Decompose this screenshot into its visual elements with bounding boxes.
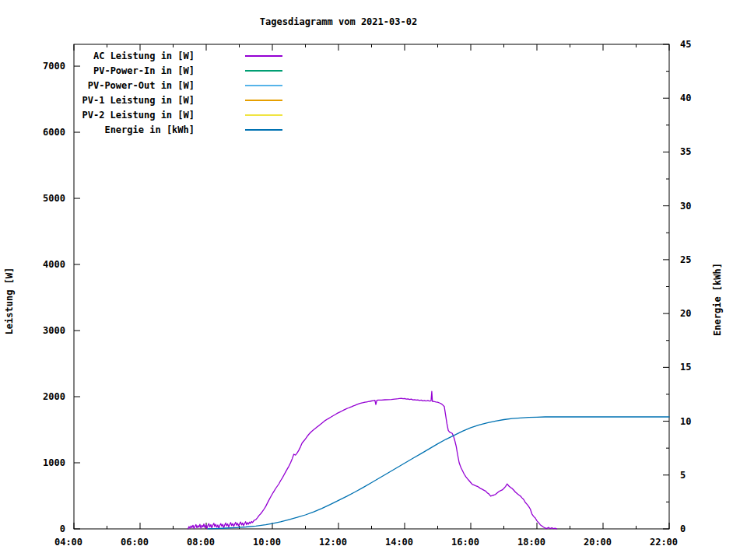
y2-tick-label: 35 xyxy=(680,146,691,157)
legend-label: Energie in [kWh] xyxy=(104,124,195,135)
x-tick-label: 08:00 xyxy=(187,537,215,548)
y2-tick-label: 40 xyxy=(680,93,691,103)
y-tick-label: 0 xyxy=(60,523,65,534)
y-tick-label: 7000 xyxy=(43,61,65,72)
legend-label: PV-1 Leistung in [W] xyxy=(82,95,195,106)
y-tick-label: 4000 xyxy=(43,259,65,270)
x-tick-label: 06:00 xyxy=(121,537,149,548)
x-tick-label: 04:00 xyxy=(54,537,82,548)
x-tick-label: 20:00 xyxy=(584,537,612,548)
legend-label: PV-Power-In in [W] xyxy=(93,65,195,76)
legend-label: PV-Power-Out in [W] xyxy=(88,80,195,91)
y-tick-label: 5000 xyxy=(43,193,65,204)
x-tick-label: 16:00 xyxy=(451,537,479,548)
y2-tick-label: 30 xyxy=(680,201,691,212)
series-ac-leistung-in-w xyxy=(188,391,557,529)
y-tick-label: 1000 xyxy=(43,457,65,468)
x-tick-label: 12:00 xyxy=(319,537,347,548)
y-tick-label: 2000 xyxy=(43,391,65,402)
x-tick-label: 18:00 xyxy=(517,537,545,548)
legend-label: AC Leistung in [W] xyxy=(93,51,195,61)
y-tick-label: 6000 xyxy=(43,127,65,138)
series-energie-in-kwh xyxy=(208,417,669,529)
y2-tick-label: 5 xyxy=(680,470,686,481)
x-tick-label: 22:00 xyxy=(650,537,678,548)
y2-tick-label: 15 xyxy=(680,362,691,373)
y2-tick-label: 0 xyxy=(680,523,686,534)
y2-tick-label: 25 xyxy=(680,254,691,265)
y2-tick-label: 20 xyxy=(680,308,691,319)
x-tick-label: 10:00 xyxy=(253,537,281,548)
legend-label: PV-2 Leistung in [W] xyxy=(82,110,195,121)
plot-canvas: 04:0006:0008:0010:0012:0014:0016:0018:00… xyxy=(0,0,747,560)
y-tick-label: 3000 xyxy=(43,325,65,336)
y2-tick-label: 45 xyxy=(680,39,691,50)
x-tick-label: 14:00 xyxy=(385,537,413,548)
y2-tick-label: 10 xyxy=(680,416,691,427)
chart-area: Tagesdiagramm vom 2021-03-02 Leistung [W… xyxy=(0,0,747,560)
